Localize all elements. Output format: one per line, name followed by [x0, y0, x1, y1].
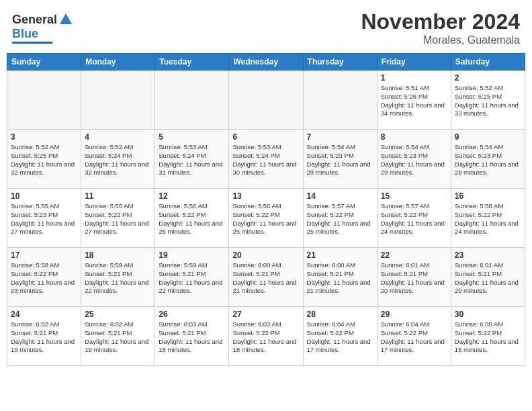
- day-number: 21: [307, 250, 373, 260]
- day-info: Sunrise: 6:01 AMSunset: 5:21 PMDaylight:…: [381, 261, 447, 295]
- day-info: Sunrise: 5:51 AMSunset: 5:26 PMDaylight:…: [381, 84, 447, 118]
- day-number: 25: [85, 310, 151, 319]
- calendar-cell: 29Sunrise: 6:04 AMSunset: 5:22 PMDayligh…: [377, 307, 451, 366]
- day-info: Sunrise: 5:54 AMSunset: 5:23 PMDaylight:…: [381, 143, 447, 177]
- day-number: 7: [307, 132, 373, 142]
- day-info: Sunrise: 6:00 AMSunset: 5:21 PMDaylight:…: [232, 261, 299, 295]
- calendar-cell: 4Sunrise: 5:52 AMSunset: 5:24 PMDaylight…: [81, 130, 155, 189]
- day-info: Sunrise: 5:55 AMSunset: 5:22 PMDaylight:…: [85, 202, 151, 236]
- day-info: Sunrise: 5:54 AMSunset: 5:23 PMDaylight:…: [307, 143, 373, 177]
- page-header: General Blue November 2024 Morales, Guat…: [7, 7, 525, 49]
- day-number: 15: [381, 191, 447, 201]
- day-number: 6: [232, 132, 299, 142]
- day-number: 9: [455, 132, 521, 142]
- day-number: 28: [307, 310, 373, 319]
- day-number: 20: [232, 250, 299, 260]
- logo: General Blue: [12, 9, 73, 44]
- logo-blue: Blue: [12, 27, 38, 40]
- day-info: Sunrise: 6:04 AMSunset: 5:22 PMDaylight:…: [381, 320, 447, 355]
- day-number: 29: [381, 310, 447, 319]
- day-number: 14: [307, 191, 373, 201]
- calendar-cell: 6Sunrise: 5:53 AMSunset: 5:24 PMDaylight…: [229, 130, 303, 189]
- calendar-cell: 3Sunrise: 5:52 AMSunset: 5:25 PMDaylight…: [7, 130, 81, 189]
- day-number: 19: [159, 250, 225, 260]
- logo-general: General: [12, 13, 57, 27]
- day-info: Sunrise: 5:54 AMSunset: 5:23 PMDaylight:…: [455, 143, 521, 177]
- calendar-cell: 13Sunrise: 5:56 AMSunset: 5:22 PMDayligh…: [229, 189, 303, 248]
- day-info: Sunrise: 6:00 AMSunset: 5:21 PMDaylight:…: [307, 261, 373, 295]
- calendar-cell: [155, 71, 229, 130]
- calendar-cell: [81, 71, 155, 130]
- calendar-cell: 26Sunrise: 6:03 AMSunset: 5:21 PMDayligh…: [155, 307, 229, 366]
- day-number: 5: [159, 132, 225, 142]
- day-info: Sunrise: 5:52 AMSunset: 5:25 PMDaylight:…: [11, 143, 77, 177]
- calendar-week-row: 10Sunrise: 5:55 AMSunset: 5:23 PMDayligh…: [7, 189, 525, 248]
- calendar-cell: 16Sunrise: 5:58 AMSunset: 5:22 PMDayligh…: [451, 189, 525, 248]
- calendar-cell: 11Sunrise: 5:55 AMSunset: 5:22 PMDayligh…: [81, 189, 155, 248]
- calendar-cell: 21Sunrise: 6:00 AMSunset: 5:21 PMDayligh…: [303, 248, 377, 307]
- calendar-cell: [229, 71, 303, 130]
- calendar-cell: 30Sunrise: 6:05 AMSunset: 5:22 PMDayligh…: [451, 307, 525, 366]
- day-info: Sunrise: 5:57 AMSunset: 5:22 PMDaylight:…: [381, 202, 447, 236]
- calendar-cell: 14Sunrise: 5:57 AMSunset: 5:22 PMDayligh…: [303, 189, 377, 248]
- day-number: 30: [455, 310, 521, 319]
- calendar-cell: 15Sunrise: 5:57 AMSunset: 5:22 PMDayligh…: [377, 189, 451, 248]
- day-number: 24: [11, 310, 77, 319]
- day-number: 23: [455, 250, 521, 260]
- calendar-cell: 5Sunrise: 5:53 AMSunset: 5:24 PMDaylight…: [155, 130, 229, 189]
- calendar-cell: 20Sunrise: 6:00 AMSunset: 5:21 PMDayligh…: [229, 248, 303, 307]
- day-info: Sunrise: 5:56 AMSunset: 5:22 PMDaylight:…: [159, 202, 225, 236]
- day-number: 18: [85, 250, 151, 260]
- calendar-cell: 12Sunrise: 5:56 AMSunset: 5:22 PMDayligh…: [155, 189, 229, 248]
- day-info: Sunrise: 5:52 AMSunset: 5:25 PMDaylight:…: [455, 84, 521, 118]
- logo-icon: [58, 12, 73, 27]
- calendar-cell: 10Sunrise: 5:55 AMSunset: 5:23 PMDayligh…: [7, 189, 81, 248]
- calendar-week-row: 1Sunrise: 5:51 AMSunset: 5:26 PMDaylight…: [7, 71, 525, 130]
- col-header-wednesday: Wednesday: [229, 54, 303, 71]
- col-header-monday: Monday: [81, 54, 155, 71]
- day-info: Sunrise: 6:05 AMSunset: 5:22 PMDaylight:…: [455, 320, 521, 355]
- calendar-cell: 8Sunrise: 5:54 AMSunset: 5:23 PMDaylight…: [377, 130, 451, 189]
- day-number: 8: [381, 132, 447, 142]
- calendar-cell: 23Sunrise: 6:01 AMSunset: 5:21 PMDayligh…: [451, 248, 525, 307]
- calendar-cell: 2Sunrise: 5:52 AMSunset: 5:25 PMDaylight…: [451, 71, 525, 130]
- col-header-saturday: Saturday: [451, 54, 525, 71]
- calendar-cell: 24Sunrise: 6:02 AMSunset: 5:21 PMDayligh…: [7, 307, 81, 366]
- calendar-cell: 9Sunrise: 5:54 AMSunset: 5:23 PMDaylight…: [451, 130, 525, 189]
- day-info: Sunrise: 5:53 AMSunset: 5:24 PMDaylight:…: [159, 143, 225, 177]
- title-area: November 2024 Morales, Guatemala: [361, 9, 520, 46]
- calendar-cell: 19Sunrise: 5:59 AMSunset: 5:21 PMDayligh…: [155, 248, 229, 307]
- month-title: November 2024: [361, 9, 520, 34]
- calendar-cell: [7, 71, 81, 130]
- location-subtitle: Morales, Guatemala: [361, 34, 520, 46]
- day-number: 16: [455, 191, 521, 201]
- svg-marker-0: [60, 13, 72, 24]
- day-info: Sunrise: 6:04 AMSunset: 5:22 PMDaylight:…: [307, 320, 373, 355]
- calendar-cell: 25Sunrise: 6:02 AMSunset: 5:21 PMDayligh…: [81, 307, 155, 366]
- day-info: Sunrise: 5:59 AMSunset: 5:21 PMDaylight:…: [85, 261, 151, 295]
- calendar-cell: 7Sunrise: 5:54 AMSunset: 5:23 PMDaylight…: [303, 130, 377, 189]
- calendar-week-row: 17Sunrise: 5:58 AMSunset: 5:22 PMDayligh…: [7, 248, 525, 307]
- day-number: 26: [159, 310, 225, 319]
- col-header-sunday: Sunday: [7, 54, 81, 71]
- calendar-cell: [303, 71, 377, 130]
- calendar-cell: 27Sunrise: 6:03 AMSunset: 5:22 PMDayligh…: [229, 307, 303, 366]
- day-number: 4: [85, 132, 151, 142]
- day-number: 10: [11, 191, 77, 201]
- day-number: 2: [455, 73, 521, 83]
- calendar-table: SundayMondayTuesdayWednesdayThursdayFrid…: [7, 53, 525, 366]
- calendar-cell: 28Sunrise: 6:04 AMSunset: 5:22 PMDayligh…: [303, 307, 377, 366]
- day-info: Sunrise: 5:56 AMSunset: 5:22 PMDaylight:…: [232, 202, 299, 236]
- day-number: 1: [381, 73, 447, 83]
- day-info: Sunrise: 5:53 AMSunset: 5:24 PMDaylight:…: [232, 143, 299, 177]
- day-number: 17: [11, 250, 77, 260]
- col-header-friday: Friday: [377, 54, 451, 71]
- calendar-cell: 1Sunrise: 5:51 AMSunset: 5:26 PMDaylight…: [377, 71, 451, 130]
- day-number: 12: [159, 191, 225, 201]
- col-header-tuesday: Tuesday: [155, 54, 229, 71]
- day-info: Sunrise: 5:58 AMSunset: 5:22 PMDaylight:…: [455, 202, 521, 236]
- calendar-header-row: SundayMondayTuesdayWednesdayThursdayFrid…: [7, 54, 525, 71]
- day-number: 3: [11, 132, 77, 142]
- col-header-thursday: Thursday: [303, 54, 377, 71]
- calendar-cell: 22Sunrise: 6:01 AMSunset: 5:21 PMDayligh…: [377, 248, 451, 307]
